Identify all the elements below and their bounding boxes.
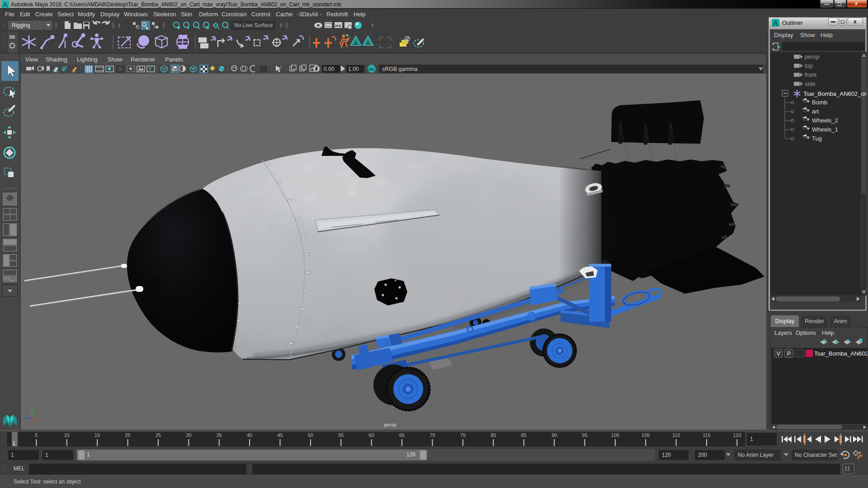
- svg-text:Tsar_Bomba_AN602_on_Ca: Tsar_Bomba_AN602_on_Ca: [803, 90, 867, 97]
- svg-text:Tug: Tug: [812, 135, 822, 142]
- svg-text:55: 55: [338, 432, 344, 438]
- svg-text:art: art: [812, 108, 819, 115]
- svg-text:side: side: [805, 80, 816, 87]
- svg-text:90: 90: [552, 432, 557, 438]
- svg-text:45: 45: [277, 432, 283, 438]
- svg-text:30: 30: [186, 432, 191, 438]
- svg-text:35: 35: [217, 432, 222, 438]
- svg-text:1.00: 1.00: [348, 66, 359, 72]
- svg-text:persp: persp: [805, 53, 820, 60]
- svg-text:100: 100: [611, 432, 619, 438]
- svg-text:95: 95: [582, 432, 587, 438]
- svg-text:T: T: [149, 67, 151, 72]
- svg-text:Wheels_1: Wheels_1: [812, 126, 838, 133]
- svg-text:65: 65: [399, 432, 405, 438]
- svg-text:top: top: [805, 62, 813, 69]
- svg-text:persp: persp: [384, 422, 396, 427]
- svg-text:Wheels_2: Wheels_2: [812, 117, 838, 124]
- svg-text:15: 15: [94, 432, 100, 438]
- svg-text:105: 105: [642, 432, 650, 438]
- svg-text:sRGB gamma: sRGB gamma: [382, 66, 418, 72]
- svg-text:z: z: [24, 415, 27, 420]
- svg-text:0.00: 0.00: [324, 66, 335, 72]
- svg-text:x: x: [36, 418, 38, 422]
- svg-text:70: 70: [429, 432, 435, 438]
- svg-text:front: front: [805, 71, 816, 78]
- svg-text:60: 60: [369, 432, 374, 438]
- svg-text:120: 120: [733, 432, 741, 438]
- svg-text:85: 85: [521, 432, 527, 438]
- svg-text:75: 75: [460, 432, 466, 438]
- svg-text:50: 50: [308, 432, 313, 438]
- svg-text:20: 20: [125, 432, 130, 438]
- svg-text:Rigging: Rigging: [12, 22, 30, 28]
- svg-text:No Live Surface: No Live Surface: [234, 22, 273, 28]
- svg-text:Bomb: Bomb: [812, 99, 827, 106]
- svg-text:40: 40: [247, 432, 252, 438]
- svg-text:ON: ON: [368, 67, 374, 71]
- svg-text:80: 80: [491, 432, 496, 438]
- svg-text:y: y: [30, 407, 33, 412]
- svg-text:110: 110: [672, 432, 680, 438]
- svg-text:IPR: IPR: [335, 24, 341, 28]
- svg-text:115: 115: [703, 432, 711, 438]
- svg-text:5: 5: [35, 432, 38, 438]
- svg-text:25: 25: [156, 432, 161, 438]
- svg-text:10: 10: [64, 432, 70, 438]
